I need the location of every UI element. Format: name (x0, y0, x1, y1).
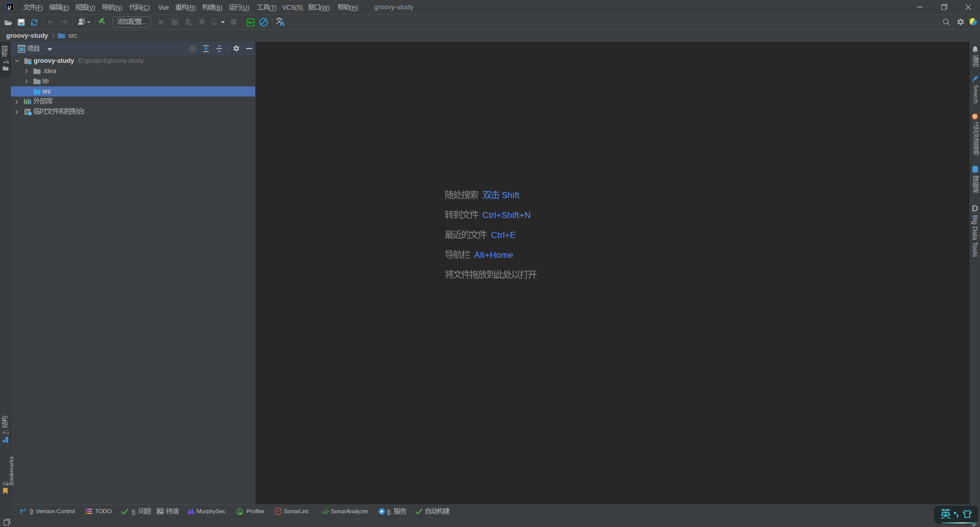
svg-text:IJ: IJ (8, 5, 11, 10)
